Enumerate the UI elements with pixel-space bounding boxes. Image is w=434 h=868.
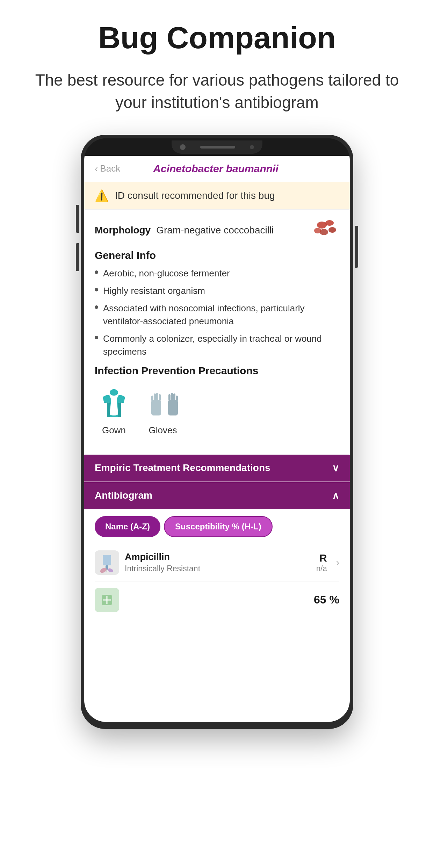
svg-point-1 <box>325 220 334 226</box>
bullet-text: Associated with nosocomial infections, p… <box>103 302 339 327</box>
bullet-text: Highly resistant organism <box>103 284 205 297</box>
svg-rect-15 <box>168 394 171 400</box>
notch-cutout <box>172 140 262 154</box>
next-antibiotic-row: 65 % <box>95 581 339 616</box>
antibiotic-sub: Intrinsically Resistant <box>125 564 311 573</box>
svg-point-3 <box>320 229 328 235</box>
antibiotic-info: Ampicillin Intrinsically Resistant <box>125 552 311 573</box>
gloves-icon-container <box>147 389 179 421</box>
antibiotic-image-2 <box>95 588 119 612</box>
ipp-header: Infection Prevention Precautions <box>95 365 339 377</box>
percent-value: 65 % <box>311 593 339 606</box>
svg-rect-14 <box>171 393 173 400</box>
svg-rect-10 <box>159 394 161 400</box>
gown-icon <box>100 389 128 421</box>
svg-rect-13 <box>173 393 175 400</box>
morphology-label: Morphology <box>95 225 151 236</box>
bullet-text: Aerobic, non-glucose fermenter <box>103 267 230 280</box>
empiric-treatment-title: Empiric Treatment Recommendations <box>95 462 270 473</box>
list-item: Highly resistant organism <box>95 284 339 297</box>
sensor-dot <box>250 145 254 149</box>
bullet-text: Commonly a colonizer, especially in trac… <box>103 332 339 358</box>
svg-point-0 <box>317 222 327 229</box>
sort-susceptibility-button[interactable]: Susceptibility % (H-L) <box>164 516 273 537</box>
antibiotic-image <box>95 550 119 575</box>
antibiogram-content: Name (A-Z) Susceptibility % (H-L) <box>84 509 350 623</box>
svg-rect-9 <box>156 393 158 400</box>
svg-rect-16 <box>103 555 111 565</box>
svg-rect-12 <box>176 396 178 401</box>
general-info-header: General Info <box>95 249 339 261</box>
morphology-row: Morphology Gram-negative coccobacilli <box>95 218 339 243</box>
nav-title: Acinetobacter baumannii <box>120 163 311 175</box>
back-label[interactable]: Back <box>100 163 120 174</box>
page-subtitle: The best resource for various pathogens … <box>28 69 406 114</box>
bullet-dot <box>95 336 98 339</box>
gloves-label: Gloves <box>149 425 177 436</box>
morphology-text: Morphology Gram-negative coccobacilli <box>95 225 274 236</box>
list-item: Aerobic, non-glucose fermenter <box>95 267 339 280</box>
chevron-down-icon: ∨ <box>332 462 339 474</box>
antibiogram-section[interactable]: Antibiogram ∧ <box>84 482 350 509</box>
bacteria-icon <box>311 218 339 243</box>
general-info-list: Aerobic, non-glucose fermenter Highly re… <box>95 267 339 358</box>
sort-buttons: Name (A-Z) Susceptibility % (H-L) <box>95 516 339 537</box>
ipp-section: Infection Prevention Precautions <box>95 365 339 443</box>
bullet-dot <box>95 288 98 291</box>
bullet-dot <box>95 270 98 274</box>
page-header: Bug Companion The best resource for vari… <box>0 0 434 128</box>
chevron-up-icon: ∧ <box>332 490 339 501</box>
empiric-treatment-section[interactable]: Empiric Treatment Recommendations ∨ <box>84 455 350 482</box>
back-button[interactable]: ‹ Back <box>95 163 120 174</box>
speaker <box>200 146 235 149</box>
svg-rect-11 <box>168 400 178 415</box>
ipp-icons-row: Gown <box>95 382 339 443</box>
morphology-value: Gram-negative coccobacilli <box>156 225 274 236</box>
antibiogram-title: Antibiogram <box>95 490 152 501</box>
list-item: Commonly a colonizer, especially in trac… <box>95 332 339 358</box>
ipp-item-gown: Gown <box>98 389 130 436</box>
svg-rect-7 <box>151 396 153 401</box>
antibiotic-row-ampicillin[interactable]: Ampicillin Intrinsically Resistant R n/a… <box>95 544 339 581</box>
phone-container: ‹ Back Acinetobacter baumannii ⚠️ ID con… <box>0 128 434 750</box>
svg-rect-6 <box>151 400 161 415</box>
app-screen: ‹ Back Acinetobacter baumannii ⚠️ ID con… <box>84 156 350 722</box>
svg-point-4 <box>314 228 321 233</box>
volume-down-button <box>76 243 79 271</box>
power-button <box>355 226 358 268</box>
phone-screen: ‹ Back Acinetobacter baumannii ⚠️ ID con… <box>84 138 350 722</box>
list-item: Associated with nosocomial infections, p… <box>95 302 339 327</box>
phone-notch <box>84 138 350 156</box>
gown-icon-container <box>98 389 130 421</box>
page-title: Bug Companion <box>28 21 406 55</box>
volume-up-button <box>76 205 79 233</box>
ipp-item-gloves: Gloves <box>147 389 179 436</box>
warning-icon: ⚠️ <box>95 189 109 202</box>
phone-frame: ‹ Back Acinetobacter baumannii ⚠️ ID con… <box>81 135 353 729</box>
sort-name-button[interactable]: Name (A-Z) <box>95 516 160 537</box>
warning-text: ID consult recommended for this bug <box>115 190 275 201</box>
back-arrow-icon: ‹ <box>95 163 98 174</box>
resistance-value: n/a <box>316 564 327 573</box>
svg-point-2 <box>328 227 336 233</box>
front-camera <box>180 144 186 150</box>
content-area: Morphology Gram-negative coccobacilli <box>84 210 350 451</box>
warning-banner: ⚠️ ID consult recommended for this bug <box>84 182 350 210</box>
nav-bar: ‹ Back Acinetobacter baumannii <box>84 156 350 182</box>
antibiotic-resistance: R n/a <box>316 552 327 573</box>
gown-label: Gown <box>102 425 126 436</box>
svg-rect-5 <box>110 389 118 396</box>
antibiotic2-icon <box>98 591 116 609</box>
svg-rect-8 <box>154 393 156 400</box>
resistance-letter: R <box>316 552 327 564</box>
antibiotic-name: Ampicillin <box>125 552 311 563</box>
gloves-icon <box>147 389 179 421</box>
row-arrow-icon[interactable]: › <box>336 557 339 568</box>
bullet-dot <box>95 305 98 309</box>
ampicillin-icon <box>96 552 117 573</box>
